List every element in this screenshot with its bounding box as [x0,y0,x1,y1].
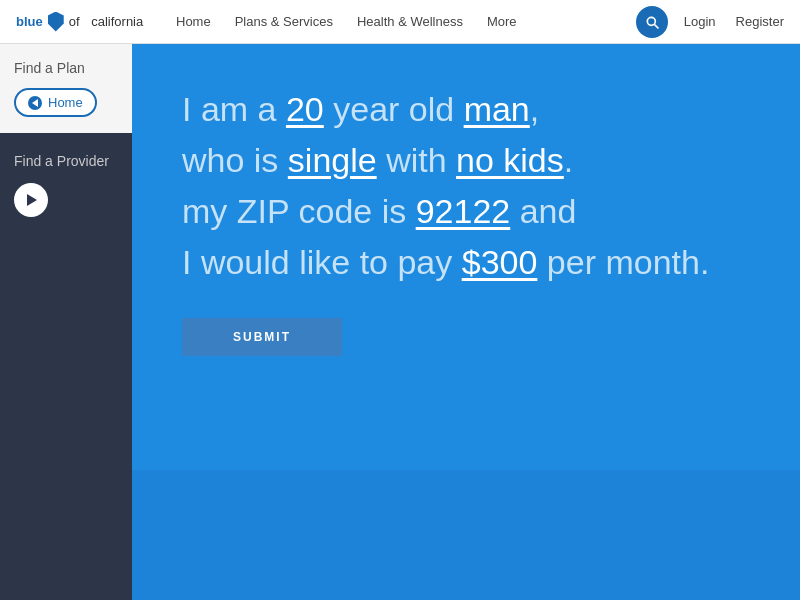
hero-line3-pre: my ZIP code is [182,192,406,230]
arrow-left-icon [28,96,42,110]
hero-line4-post: per month. [547,243,710,281]
nav-links: Home Plans & Services Health & Wellness … [176,14,636,29]
brand-california: california [91,14,143,29]
hero-line2-mid: with [386,141,446,179]
hero-age: 20 [286,90,324,128]
brand-logo: blue of california [16,12,146,32]
sidebar: Find a Plan Home Find a Provider [0,44,132,600]
hero-status: single [288,141,377,179]
register-link[interactable]: Register [736,14,784,29]
find-provider-label: Find a Provider [14,153,118,169]
login-link[interactable]: Login [684,14,716,29]
brand-of: of [69,14,80,29]
hero-line1-post: year old [333,90,454,128]
nav-more[interactable]: More [487,14,517,29]
hero-gender: man [464,90,530,128]
shield-icon [48,12,64,32]
nav-auth: Login Register [684,14,784,29]
hero-section: I am a 20 year old man, who is single wi… [132,44,800,600]
hero-zip: 92122 [416,192,511,230]
nav-home[interactable]: Home [176,14,211,29]
hero-amount: $300 [462,243,538,281]
navbar: blue of california Home Plans & Services… [0,0,800,44]
search-button[interactable] [636,6,668,38]
nav-plans[interactable]: Plans & Services [235,14,333,29]
find-provider-button[interactable] [14,183,48,217]
sidebar-bottom: Find a Provider [0,133,132,600]
hero-text: I am a 20 year old man, who is single wi… [182,84,750,288]
brand-blue: blue [16,14,43,29]
hero-line3-post: and [520,192,577,230]
main-content: Find a Plan Home Find a Provider I am a … [0,44,800,600]
find-plan-label: Find a Plan [14,60,118,76]
hero-line2-pre: who is [182,141,278,179]
bottom-strip [132,470,800,600]
hero-line1-pre: I am a [182,90,276,128]
home-button[interactable]: Home [14,88,97,117]
submit-button[interactable]: SUBMIT [182,318,342,356]
hero-kids: no kids [456,141,564,179]
search-icon [644,14,660,30]
sidebar-top: Find a Plan Home [0,44,132,133]
nav-health[interactable]: Health & Wellness [357,14,463,29]
home-button-label: Home [48,95,83,110]
hero-line4-pre: I would like to pay [182,243,452,281]
